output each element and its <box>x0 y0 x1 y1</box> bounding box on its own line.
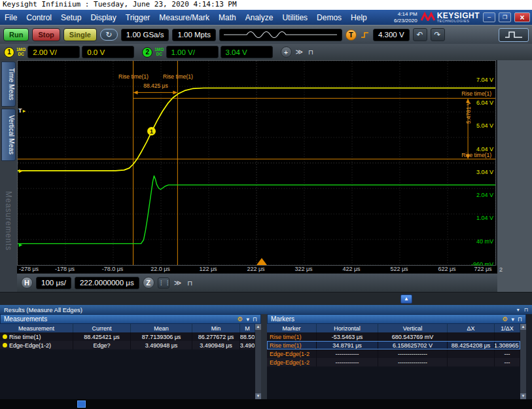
menu-demos[interactable]: Demos <box>312 13 346 22</box>
markers-collapse-icon[interactable]: ▾ <box>511 316 514 323</box>
column-header: Mean <box>131 324 192 332</box>
y-axis-label: 40 mV <box>476 238 493 245</box>
add-channel-button[interactable]: + <box>281 46 292 58</box>
results-panels: Measurements ⚙ ▾ ⊓ MeasurementCurrentMea… <box>0 314 532 399</box>
x-axis-label: 222 μs <box>247 266 264 272</box>
menu-display[interactable]: Display <box>86 13 120 22</box>
menu-control[interactable]: Control <box>22 13 56 22</box>
trigger-level-field[interactable]: 4.300 V <box>373 29 410 41</box>
measurement-table-filler <box>0 349 255 399</box>
menu-help[interactable]: Help <box>346 13 372 22</box>
markers-pin-icon[interactable]: ⊓ <box>518 316 522 323</box>
restore-button[interactable]: ❐ <box>499 12 511 22</box>
menu-analyze[interactable]: Analyze <box>241 13 278 22</box>
single-button[interactable]: Single <box>63 28 97 41</box>
horizontal-button[interactable]: H <box>21 277 33 289</box>
measurements-settings-gear-icon[interactable]: ⚙ <box>237 315 243 323</box>
hbar-pin-icon[interactable]: ⊓ <box>186 279 194 287</box>
display-options-button[interactable]: ⋮⋮ <box>158 277 169 289</box>
measurements-panel-header: Measurements ⚙ ▾ ⊓ <box>0 314 261 324</box>
touch-cycle-button[interactable]: ↻ <box>100 29 118 41</box>
marker-row[interactable]: Edge-Edge(1-2---------------------------… <box>267 349 520 358</box>
run-button[interactable]: Run <box>3 28 29 41</box>
clock-display: 4:14 PM 6/23/2020 <box>394 11 417 24</box>
marker-value-cell: --- <box>495 358 520 366</box>
channel-1-offset-field[interactable]: 0.0 V <box>82 46 134 58</box>
measurement-table-header: MeasurementCurrentMeanMinM <box>0 324 255 332</box>
markers-settings-gear-icon[interactable]: ⚙ <box>502 315 508 323</box>
zoom-button[interactable]: Z <box>143 277 154 289</box>
column-header: ΔX <box>448 324 495 332</box>
x-axis-label: -178 μs <box>55 266 75 272</box>
column-header: M <box>240 324 255 332</box>
menu-measuremark[interactable]: Measure/Mark <box>154 13 214 22</box>
arrowhead-left-icon <box>133 90 138 94</box>
menu-trigger[interactable]: Trigger <box>121 13 155 22</box>
undo-button[interactable]: ↶ <box>413 28 427 41</box>
marker-row[interactable]: Rise time(1)-53.5463 μs680.543769 mV <box>267 332 520 341</box>
redo-button[interactable]: ↷ <box>431 28 445 41</box>
taskbar-app-tile[interactable] <box>77 400 86 408</box>
expand-chevrons-icon[interactable]: ≫ <box>294 48 305 56</box>
marker-row[interactable]: Rise time(1)34.8791 μs6.158625702 V88.42… <box>267 341 520 349</box>
stop-button[interactable]: Stop <box>32 28 60 41</box>
timebase-field[interactable]: 100 μs/ <box>36 277 71 289</box>
measurement-row[interactable]: Rise time(1)88.425421 μs87.7139306 μs86.… <box>0 332 255 341</box>
trigger-edge-icon[interactable] <box>360 31 370 39</box>
hbar-chevrons-icon[interactable]: ≫ <box>173 279 183 287</box>
pin-icon[interactable]: ⊓ <box>307 48 315 56</box>
tab-time-meas[interactable]: Time Meas <box>1 62 16 107</box>
marker-value-cell: 6.158625702 V <box>378 341 448 349</box>
channel-1-button[interactable]: 1 <box>4 47 14 58</box>
channel-1-scale-field[interactable]: 2.00 V/ <box>27 46 80 58</box>
channel-1-ground-marker[interactable]: ► <box>18 168 24 174</box>
scroll-up-button[interactable]: ▲ <box>400 294 412 304</box>
marker-value-cell <box>495 332 520 341</box>
rise-time-right-bottom-label: Rise time(1) <box>461 152 491 158</box>
markers-scrollbar[interactable]: ▲ ▼ <box>520 324 526 399</box>
channel-2-controls: 2 1MΩDC 1.00 V/ 3.04 V <box>142 46 272 58</box>
x-axis-label: 622 μs <box>438 266 455 272</box>
menu-utilities[interactable]: Utilities <box>277 13 312 22</box>
results-collapse-icon[interactable]: ▾ <box>517 307 520 313</box>
keysight-logo: KEYSIGHT TECHNOLOGIES <box>421 12 480 24</box>
memory-depth-field[interactable]: 1.00 Mpts <box>172 29 216 41</box>
channel-2-offset-field[interactable]: 3.04 V <box>221 46 273 58</box>
menu-math[interactable]: Math <box>214 13 241 22</box>
markers-panel: Markers ⚙ ▾ ⊓ MarkerHorizontalVerticalΔX… <box>267 314 526 399</box>
horizontal-position-field[interactable]: 222.0000000 μs <box>75 277 139 289</box>
marker-value-cell: ------------ <box>317 358 378 366</box>
measurement-row[interactable]: Edge-Edge(1-2)Edge?3.490948 μs3.490948 μ… <box>0 341 255 349</box>
channel-2-scale-field[interactable]: 1.00 V/ <box>166 46 219 58</box>
waveform-preview-icon <box>222 29 340 40</box>
os-taskbar <box>0 399 532 409</box>
marker-name-cell: Edge-Edge(1-2 <box>267 349 317 358</box>
close-button[interactable]: × <box>514 12 530 22</box>
minimize-button[interactable]: – <box>483 12 495 22</box>
waveform-tool-button[interactable] <box>499 28 529 42</box>
channel-1-trace-badge[interactable]: 1 <box>147 127 156 135</box>
tab-vertical-meas[interactable]: Vertical Meas <box>1 109 16 161</box>
menu-setup[interactable]: Setup <box>56 13 86 22</box>
scope-display[interactable]: Rise time(1) Rise time(1) 88.425 μs Rise… <box>17 60 496 266</box>
scrollbar-down-icon[interactable]: ▼ <box>255 393 261 399</box>
results-pin-icon[interactable]: ⊓ <box>524 307 528 313</box>
menu-file[interactable]: File <box>0 13 22 22</box>
titlebar-text: Keysight Infiniium : Tuesday, June 23, 2… <box>3 0 237 9</box>
panel-splitter[interactable] <box>261 314 267 399</box>
channel-1-coupling: 1MΩDC <box>16 48 26 57</box>
sample-rate-field[interactable]: 1.00 GSa/s <box>121 29 169 41</box>
channel-2-button[interactable]: 2 <box>142 47 152 58</box>
scrollbar-up-icon[interactable]: ▲ <box>255 324 261 330</box>
channel-2-ground-marker[interactable]: ► <box>18 242 24 248</box>
trigger-level-marker[interactable]: T► <box>18 107 26 114</box>
scrollbar-down-icon[interactable]: ▼ <box>520 393 526 399</box>
marker-row[interactable]: Edge-Edge(1-2---------------------------… <box>267 358 520 366</box>
scrollbar-up-icon[interactable]: ▲ <box>520 324 526 330</box>
measurements-pin-icon[interactable]: ⊓ <box>253 316 257 323</box>
measurements-collapse-icon[interactable]: ▾ <box>246 316 249 323</box>
time-axis-overflow-label: 2 <box>499 266 503 273</box>
measurements-scrollbar[interactable]: ▲ ▼ <box>255 324 261 399</box>
rise-time-label-2: Rise time(1) <box>163 73 193 80</box>
trigger-button[interactable]: T <box>346 29 357 41</box>
